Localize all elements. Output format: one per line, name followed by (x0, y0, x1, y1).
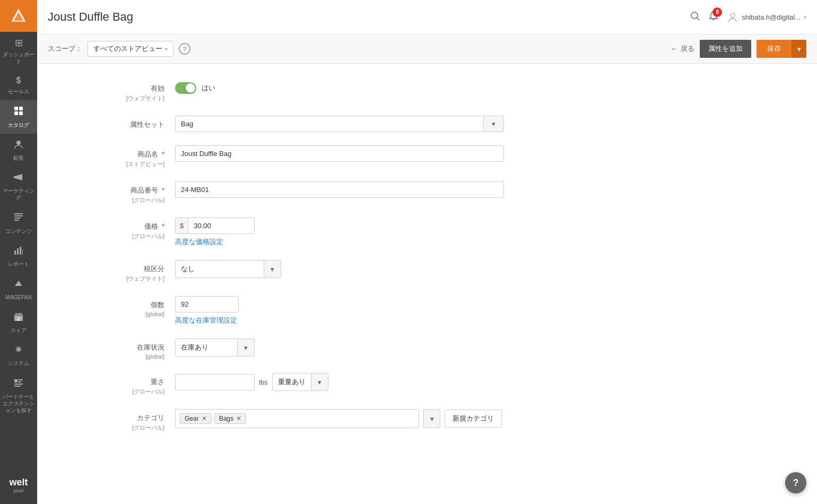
svg-rect-11 (17, 248, 19, 255)
form-row-sku: 商品番号 * [グローバル] (69, 181, 785, 204)
sidebar-item-partner[interactable]: パートナーとエクステンションを探す (0, 372, 37, 419)
stock-status-scope: [global] (69, 353, 164, 360)
sku-input[interactable] (175, 181, 504, 198)
stock-status-select[interactable]: 在庫あり ▾ (175, 338, 255, 357)
form-row-categories: カテゴリ [グローバル] Gear ✕ Bags ✕ ▾ (69, 409, 785, 432)
help-circle-button[interactable]: ? (785, 472, 806, 493)
sidebar-item-content[interactable]: コンテンツ (0, 206, 37, 239)
sidebar-item-label: パートナーとエクステンションを探す (3, 393, 34, 414)
product-name-input[interactable] (175, 145, 504, 162)
back-button[interactable]: ← 戻る (671, 44, 694, 54)
svg-line-23 (697, 18, 700, 20)
form-row-quantity: 個数 [global] 高度な在庫管理設定 (69, 296, 785, 325)
stock-status-field: 在庫あり ▾ (175, 338, 546, 357)
marketing-icon (13, 172, 24, 186)
sidebar-item-catalog[interactable]: カタログ (0, 100, 37, 133)
category-dropdown-arrow[interactable]: ▾ (423, 409, 440, 428)
stock-status-arrow[interactable]: ▾ (237, 339, 254, 356)
sidebar-item-magefan[interactable]: MAGEFAN (0, 273, 37, 306)
svg-rect-8 (14, 218, 21, 219)
tag-gear-label: Gear (185, 415, 199, 422)
weight-option-select[interactable]: 重量あり ▾ (272, 373, 328, 391)
search-button[interactable] (690, 11, 700, 24)
sidebar-item-label: カタログ (8, 121, 29, 128)
svg-rect-13 (22, 249, 23, 255)
scope-help-icon[interactable]: ? (179, 43, 190, 55)
user-email: shibata.h@digital... (742, 13, 801, 21)
enabled-toggle[interactable] (175, 82, 196, 94)
quantity-scope: [global] (69, 311, 164, 317)
price-scope: [グローバル] (69, 232, 164, 240)
attribute-set-select[interactable]: Bag ▾ (175, 116, 504, 132)
scope-select-value: すべてのストアビュー (93, 44, 162, 54)
sku-required: * (162, 186, 164, 194)
form-row-price: 価格 * [グローバル] $ 高度な価格設定 (69, 218, 785, 247)
svg-point-22 (691, 12, 698, 19)
user-menu[interactable]: shibata.h@digital... ▾ (727, 11, 806, 23)
tag-gear-remove[interactable]: ✕ (202, 415, 207, 422)
sidebar-item-marketing[interactable]: マーケティング (0, 167, 37, 206)
tax-select-arrow[interactable]: ▾ (264, 260, 281, 277)
category-group: Gear ✕ Bags ✕ ▾ 新規カテゴリ (175, 409, 546, 428)
svg-rect-17 (14, 379, 18, 383)
save-dropdown-button[interactable]: ▾ (792, 40, 806, 58)
product-name-required: * (162, 150, 164, 158)
enabled-toggle-text: はい (202, 83, 215, 93)
back-label: 戻る (681, 44, 694, 54)
sidebar-item-customers[interactable]: 顧客 (0, 134, 37, 167)
new-category-button[interactable]: 新規カテゴリ (445, 410, 502, 428)
sidebar-item-store[interactable]: ストア (0, 306, 37, 339)
price-input-group: $ (175, 218, 255, 234)
toolbar-right: ← 戻る 属性を追加 保存 ▾ (671, 40, 806, 58)
tag-bags-label: Bags (219, 415, 233, 422)
scope-select[interactable]: すべてのストアビュー ▾ (88, 41, 173, 57)
sidebar-logo[interactable] (0, 0, 37, 32)
advanced-inventory-link[interactable]: 高度な在庫管理設定 (175, 316, 546, 325)
sidebar-item-sales[interactable]: $ セールス (0, 70, 37, 100)
tag-bags-remove[interactable]: ✕ (236, 415, 241, 422)
welt-logo-area[interactable]: welt pixel (0, 472, 37, 499)
tax-scope: [ウェブサイト] (69, 275, 164, 283)
svg-point-24 (731, 13, 735, 18)
save-dropdown-icon: ▾ (797, 45, 801, 53)
weight-option-arrow[interactable]: ▾ (311, 373, 328, 390)
price-label: 価格 * [グローバル] (69, 218, 175, 240)
svg-rect-18 (18, 379, 23, 380)
sidebar-item-reports[interactable]: レポート (0, 240, 37, 273)
category-tag-gear: Gear ✕ (180, 413, 212, 424)
svg-rect-2 (14, 111, 18, 115)
sidebar: ⊞ ダッシュボード $ セールス カタログ 顧客 (0, 0, 37, 504)
dashboard-icon: ⊞ (15, 37, 23, 49)
enabled-toggle-group: はい (175, 80, 546, 94)
main-content: Joust Duffle Bag 8 shiba (37, 0, 817, 504)
magefan-icon (13, 278, 24, 292)
page-title: Joust Duffle Bag (48, 10, 133, 24)
sidebar-item-system[interactable]: システム (0, 339, 37, 372)
form-row-attribute-set: 属性セット Bag ▾ (69, 116, 785, 132)
stock-status-label: 在庫状況 [global] (69, 338, 175, 360)
notification-button[interactable]: 8 (708, 11, 719, 24)
save-group: 保存 ▾ (757, 40, 806, 58)
attribute-set-arrow[interactable]: ▾ (483, 116, 503, 132)
sidebar-item-dashboard[interactable]: ⊞ ダッシュボード (0, 32, 37, 70)
toolbar: スコープ： すべてのストアビュー ▾ ? ← 戻る 属性を追加 保存 ▾ (37, 34, 817, 64)
svg-rect-12 (20, 247, 21, 255)
add-attribute-button[interactable]: 属性を追加 (700, 40, 751, 58)
weight-group: lbs 重量あり ▾ (175, 373, 546, 391)
reports-icon (13, 245, 24, 259)
price-input[interactable] (188, 218, 254, 233)
svg-rect-9 (14, 220, 19, 221)
quantity-label: 個数 [global] (69, 296, 175, 317)
svg-rect-6 (14, 213, 23, 214)
advanced-pricing-link[interactable]: 高度な価格設定 (175, 237, 546, 247)
category-tag-bags: Bags ✕ (214, 413, 246, 424)
sidebar-item-label: 顧客 (13, 154, 24, 161)
customers-icon (13, 139, 24, 153)
system-icon (13, 344, 24, 358)
quantity-input[interactable] (175, 296, 239, 312)
price-field: $ 高度な価格設定 (175, 218, 546, 247)
category-input-area[interactable]: Gear ✕ Bags ✕ (175, 409, 419, 428)
save-button[interactable]: 保存 (757, 40, 792, 58)
tax-select[interactable]: なし ▾ (175, 260, 281, 278)
weight-input[interactable] (175, 374, 255, 390)
